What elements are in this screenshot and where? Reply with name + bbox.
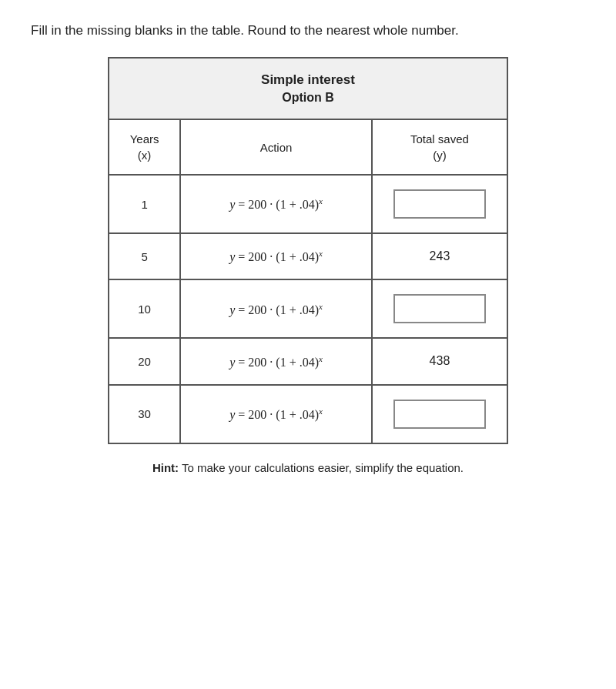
header-title: Simple interest [117, 72, 499, 88]
main-table: Simple interest Option B Years (x) Actio… [108, 57, 508, 444]
year-cell: 30 [109, 385, 180, 443]
formula-text: y = 200 · (1 + .04)x [229, 250, 323, 263]
answer-input[interactable] [393, 189, 486, 219]
year-cell: 20 [109, 338, 180, 384]
table-row: 20y = 200 · (1 + .04)x438 [109, 338, 507, 384]
table-row: 5y = 200 · (1 + .04)x243 [109, 233, 507, 279]
action-cell: y = 200 · (1 + .04)x [180, 175, 372, 233]
year-cell: 5 [109, 233, 180, 279]
total-label: Total saved [377, 131, 503, 147]
hint-text: Hint: To make your calculations easier, … [31, 461, 585, 474]
years-label: Years [113, 131, 176, 147]
instructions-text: Fill in the missing blanks in the table.… [31, 23, 585, 38]
answer-input[interactable] [393, 294, 486, 323]
table-row: 10y = 200 · (1 + .04)x [109, 279, 507, 338]
col-action-header: Action [180, 119, 372, 175]
action-label: Action [260, 141, 293, 154]
total-cell: 438 [372, 338, 507, 384]
col-total-header: Total saved (y) [372, 119, 507, 175]
answer-input[interactable] [393, 400, 486, 429]
year-cell: 1 [109, 175, 180, 233]
formula-text: y = 200 · (1 + .04)x [229, 408, 323, 421]
action-cell: y = 200 · (1 + .04)x [180, 338, 372, 384]
table-row: 1y = 200 · (1 + .04)x [109, 175, 507, 233]
total-cell[interactable] [372, 175, 507, 233]
table-header-cell: Simple interest Option B [109, 58, 507, 119]
action-cell: y = 200 · (1 + .04)x [180, 233, 372, 279]
total-cell[interactable] [372, 279, 507, 338]
year-cell: 10 [109, 279, 180, 338]
table-wrapper: Simple interest Option B Years (x) Actio… [31, 57, 585, 444]
total-cell: 243 [372, 233, 507, 279]
header-subtitle: Option B [117, 91, 499, 105]
col-years-header: Years (x) [109, 119, 180, 175]
formula-text: y = 200 · (1 + .04)x [229, 198, 323, 211]
formula-text: y = 200 · (1 + .04)x [229, 356, 323, 369]
years-sub: (x) [113, 147, 176, 163]
static-value: 243 [430, 249, 450, 263]
total-cell[interactable] [372, 385, 507, 443]
hint-bold: Hint: [152, 461, 179, 474]
total-sub: (y) [377, 147, 503, 163]
action-cell: y = 200 · (1 + .04)x [180, 279, 372, 338]
formula-text: y = 200 · (1 + .04)x [229, 303, 323, 316]
table-row: 30y = 200 · (1 + .04)x [109, 385, 507, 443]
action-cell: y = 200 · (1 + .04)x [180, 385, 372, 443]
hint-content: To make your calculations easier, simpli… [182, 461, 464, 474]
static-value: 438 [430, 354, 450, 367]
